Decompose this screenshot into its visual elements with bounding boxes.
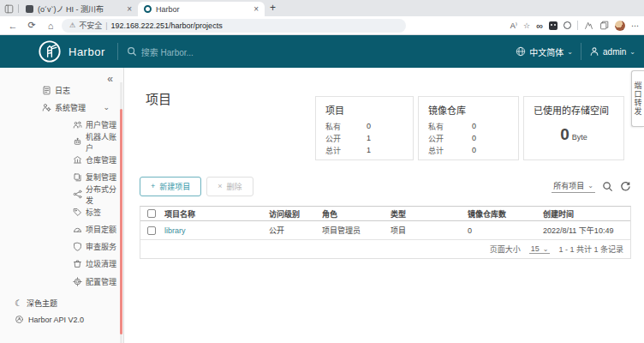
select-all-checkbox[interactable] bbox=[147, 209, 156, 218]
users-icon bbox=[73, 120, 83, 130]
sidebar-item-robot-accounts[interactable]: 机器人账户 bbox=[0, 134, 123, 151]
col-project-name[interactable]: 项目名称 bbox=[161, 208, 265, 220]
sidebar-item-system-admin[interactable]: 系统管理 ⌄ bbox=[0, 99, 123, 116]
port-forward-side-tab[interactable]: 端口转发 bbox=[631, 70, 644, 127]
table-action-bar: + 新建项目 × 删除 所有项目 ⌄ bbox=[140, 176, 631, 196]
circle-extension-icon[interactable] bbox=[564, 21, 571, 29]
card-title: 项目 bbox=[325, 103, 403, 117]
sidebar-item-registries[interactable]: 仓库管理 bbox=[0, 151, 123, 168]
infinity-extension-icon[interactable]: ∞ bbox=[536, 21, 543, 31]
harbor-api-link[interactable]: Harbor API V2.0 bbox=[0, 311, 123, 328]
browser-essentials-icon[interactable] bbox=[584, 21, 593, 30]
table-row-library[interactable]: library 公开 项目管理员 项目 0 2022/8/11 下午10:49 bbox=[140, 221, 630, 240]
url-text[interactable]: 192.168.222.251/harbor/projects bbox=[111, 21, 223, 30]
shield-icon bbox=[73, 242, 83, 252]
storage-value: 0Byte bbox=[534, 125, 614, 144]
sidebar-item-distribution[interactable]: 分布式分发 bbox=[0, 186, 123, 203]
cell-type: 项目 bbox=[387, 225, 464, 236]
harbor-brand[interactable]: Harbor bbox=[69, 45, 105, 58]
sidebar-item-logs[interactable]: 日志 bbox=[0, 81, 123, 99]
registry-icon bbox=[73, 154, 83, 165]
search-icon[interactable] bbox=[602, 181, 613, 192]
browser-toolbar: ← ⟳ ⌂ ⚠ 不安全 | 192.168.222.251/harbor/pro… bbox=[0, 16, 644, 35]
back-icon[interactable]: ← bbox=[5, 21, 21, 31]
tab-strip: (o´v`)ノ HI - 测川布 × Harbor × + bbox=[0, 0, 644, 16]
stat-value: 0 bbox=[472, 122, 476, 130]
stat-value: 1 bbox=[367, 134, 371, 142]
card-title: 已使用的存储空间 bbox=[534, 103, 614, 117]
browser-tab-1[interactable]: (o´v`)ノ HI - 测川布 × bbox=[20, 2, 138, 16]
card-projects: 项目 私有0 公开1 总计1 bbox=[315, 96, 414, 160]
profile-avatar[interactable] bbox=[615, 21, 625, 31]
tab2-title: Harbor bbox=[156, 5, 249, 14]
global-search[interactable]: 搜索 Harbor... bbox=[127, 45, 194, 58]
sidebar-nav: 日志 系统管理 ⌄ 用户管理 机器人账户 仓库管理 bbox=[0, 81, 123, 291]
gear-icon bbox=[73, 276, 83, 286]
sidebar-footer: ☾ 深色主题 Harbor API V2.0 bbox=[0, 294, 123, 328]
project-filter-select[interactable]: 所有项目 ⌄ bbox=[552, 180, 595, 193]
stat-label: 公开 bbox=[325, 133, 341, 144]
sidebar-item-project-quotas[interactable]: 项目定额 bbox=[0, 220, 123, 238]
sidebar-item-interrogation-services[interactable]: 审查服务 bbox=[0, 238, 123, 256]
copy-icon bbox=[73, 172, 83, 182]
more-menu-icon[interactable]: ⋯ bbox=[631, 21, 639, 30]
chevron-down-icon: ⌄ bbox=[543, 245, 549, 253]
chevron-down-icon[interactable]: ⌄ bbox=[103, 103, 110, 111]
col-repo-count[interactable]: 镜像仓库数 bbox=[464, 208, 540, 220]
stat-label: 总计 bbox=[325, 145, 341, 156]
table-footer: 页面大小 15 ⌄ 1 - 1 共计 1 条记录 bbox=[140, 240, 630, 258]
header-right: 中文简体 ⌄ admin ⌄ bbox=[516, 43, 635, 60]
dark-theme-toggle[interactable]: ☾ 深色主题 bbox=[0, 294, 123, 311]
card-storage: 已使用的存储空间 0Byte bbox=[523, 96, 624, 160]
stat-value: 0 bbox=[472, 146, 476, 154]
chevron-down-icon: ⌄ bbox=[629, 48, 635, 56]
sidebar-scrollbar-thumb[interactable] bbox=[120, 109, 122, 334]
browser-tab-harbor[interactable]: Harbor × bbox=[138, 2, 265, 16]
toolbar-separator bbox=[577, 21, 578, 30]
favorite-icon[interactable]: ☆ bbox=[523, 21, 530, 30]
summary-cards: 项目 私有0 公开1 总计1 镜像仓库 私有0 公开0 总计0 已使用的存储空间… bbox=[315, 96, 624, 160]
refresh-icon[interactable] bbox=[620, 181, 631, 192]
new-tab-button[interactable]: + bbox=[270, 2, 276, 14]
tab-divider bbox=[18, 4, 19, 13]
collections-icon[interactable] bbox=[599, 21, 609, 30]
toolbar-right-icons: A⁾ ☆ ∞ ⋯ bbox=[510, 21, 639, 31]
col-access-level[interactable]: 访问级别 bbox=[265, 208, 319, 220]
sidebar-item-garbage-collection[interactable]: 垃圾清理 bbox=[0, 256, 123, 273]
page-size-label: 页面大小 bbox=[490, 244, 521, 255]
user-menu[interactable]: admin ⌄ bbox=[589, 46, 635, 57]
page-size-select[interactable]: 15 ⌄ bbox=[529, 244, 551, 254]
content-area: « 日志 系统管理 ⌄ 用户管理 机器人账户 bbox=[0, 68, 644, 343]
vertical-tabs-button[interactable] bbox=[0, 2, 17, 16]
harbor-header: Harbor 搜索 Harbor... 中文简体 ⌄ admin ⌄ bbox=[0, 35, 644, 68]
tab1-title: (o´v`)ノ HI - 测川布 bbox=[38, 3, 122, 15]
stat-value: 1 bbox=[367, 146, 371, 154]
project-link-library[interactable]: library bbox=[164, 226, 186, 235]
sidebar-item-labels[interactable]: 标签 bbox=[0, 203, 123, 220]
main-panel: 项目 项目 私有0 公开1 总计1 镜像仓库 私有0 公开0 总计0 已使用的存… bbox=[124, 68, 644, 343]
home-icon[interactable]: ⌂ bbox=[43, 21, 58, 31]
col-role[interactable]: 角色 bbox=[319, 208, 387, 220]
row-checkbox[interactable] bbox=[147, 226, 156, 235]
col-type[interactable]: 类型 bbox=[387, 208, 464, 220]
tab2-close-icon[interactable]: × bbox=[253, 4, 259, 14]
security-label[interactable]: 不安全 bbox=[79, 20, 102, 31]
dark-extension-icon[interactable] bbox=[549, 21, 558, 30]
refresh-icon[interactable]: ⟳ bbox=[24, 20, 39, 31]
read-aloud-icon[interactable]: A⁾ bbox=[510, 21, 517, 30]
stat-label: 私有 bbox=[325, 121, 341, 132]
cell-repo-count: 0 bbox=[464, 226, 540, 235]
tab1-close-icon[interactable]: × bbox=[127, 4, 132, 14]
trash-icon bbox=[73, 259, 83, 269]
sidebar-item-configuration[interactable]: 配置管理 bbox=[0, 273, 123, 290]
delete-button[interactable]: × 删除 bbox=[206, 177, 253, 196]
robot-icon bbox=[73, 137, 83, 147]
language-menu[interactable]: 中文简体 ⌄ bbox=[516, 45, 573, 58]
address-bar[interactable]: ⚠ 不安全 | 192.168.222.251/harbor/projects bbox=[62, 19, 406, 33]
stat-value: 0 bbox=[472, 134, 476, 142]
col-created[interactable]: 创建时间 bbox=[540, 208, 630, 220]
stat-label: 私有 bbox=[428, 121, 444, 132]
header-divider bbox=[117, 43, 118, 60]
new-project-button[interactable]: + 新建项目 bbox=[140, 177, 201, 196]
page-title: 项目 bbox=[146, 89, 171, 107]
